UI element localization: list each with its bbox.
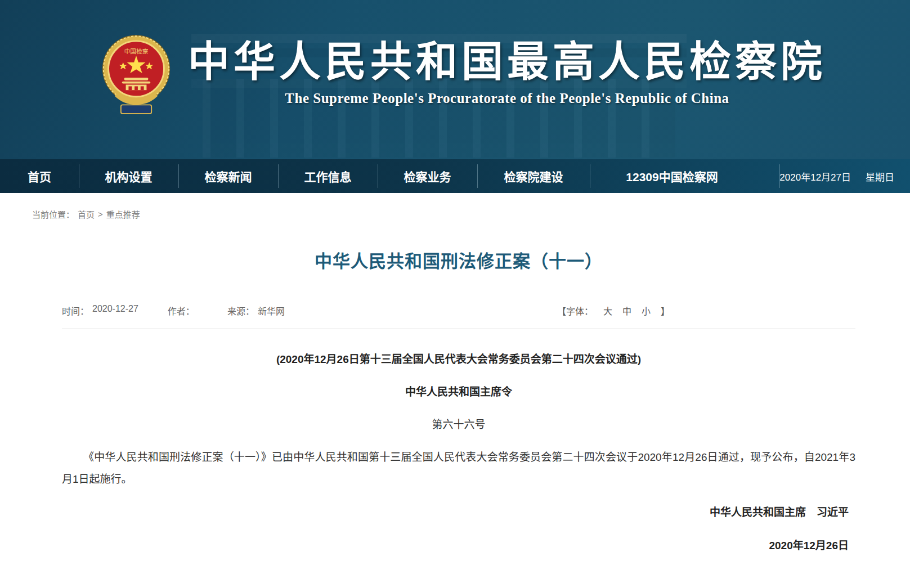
breadcrumb-separator: >	[98, 209, 103, 219]
main-navigation: 首页 机构设置 检察新闻 工作信息 检察业务 检察院建设 12309中国检察网 …	[0, 159, 910, 193]
nav-date: 2020年12月27日 星期日	[779, 159, 910, 193]
article: 中华人民共和国刑法修正案（十一） 时间： 2020-12-27 作者： 来源： …	[62, 247, 855, 556]
meta-time-value: 2020-12-27	[92, 304, 138, 317]
breadcrumb: 当前位置： 首页 > 重点推荐	[32, 208, 910, 220]
meta-source-value: 新华网	[258, 304, 285, 317]
nav-item-home[interactable]: 首页	[0, 159, 79, 193]
font-size-label: 【字体：	[557, 304, 593, 317]
font-size-small-button[interactable]: 小	[642, 304, 651, 317]
emblem-arc-text: 中国检察	[124, 48, 149, 55]
article-content: (2020年12月26日第十三届全国人民代表大会常务委员会第二十四次会议通过) …	[62, 348, 855, 556]
current-weekday: 星期日	[866, 169, 894, 183]
meta-author-label: 作者：	[168, 304, 195, 317]
font-size-widget: 【字体： 大 中 小 】	[557, 304, 670, 317]
breadcrumb-current-link[interactable]: 重点推荐	[106, 208, 140, 220]
article-title: 中华人民共和国刑法修正案（十一）	[62, 247, 855, 272]
nav-item-organization[interactable]: 机构设置	[79, 159, 178, 193]
article-meta-row: 时间： 2020-12-27 作者： 来源： 新华网 【字体： 大 中 小 】	[62, 304, 855, 329]
site-header: 中国检察 中华人民共和国最高人民检察院 The Supreme People's…	[0, 0, 910, 159]
font-size-label-close: 】	[661, 304, 670, 317]
nav-item-news[interactable]: 检察新闻	[178, 159, 278, 193]
breadcrumb-label: 当前位置：	[32, 208, 74, 220]
decree-number: 第六十六号	[62, 414, 855, 436]
nav-item-procuratorial-business[interactable]: 检察业务	[378, 159, 477, 193]
nav-item-work-info[interactable]: 工作信息	[278, 159, 378, 193]
meta-time-label: 时间：	[62, 304, 89, 317]
breadcrumb-home-link[interactable]: 首页	[78, 208, 95, 220]
decree-title: 中华人民共和国主席令	[62, 381, 855, 403]
site-title: 中华人民共和国最高人民检察院	[188, 39, 826, 85]
signature-line: 中华人民共和国主席 习近平	[62, 501, 855, 523]
current-date: 2020年12月27日	[779, 169, 851, 183]
nav-item-construction[interactable]: 检察院建设	[477, 159, 590, 193]
body-paragraph: 《中华人民共和国刑法修正案（十一）》已由中华人民共和国第十三届全国人民代表大会常…	[62, 446, 855, 490]
nav-item-12309[interactable]: 12309中国检察网	[590, 159, 754, 193]
procuratorate-emblem-icon: 中国检察	[100, 27, 172, 124]
signature-date: 2020年12月26日	[62, 535, 855, 556]
font-size-medium-button[interactable]: 中	[622, 304, 631, 317]
font-size-large-button[interactable]: 大	[603, 304, 612, 317]
passed-line: (2020年12月26日第十三届全国人民代表大会常务委员会第二十四次会议通过)	[62, 348, 855, 370]
site-subtitle: The Supreme People's Procuratorate of th…	[188, 91, 826, 106]
meta-source-label: 来源：	[227, 304, 254, 317]
